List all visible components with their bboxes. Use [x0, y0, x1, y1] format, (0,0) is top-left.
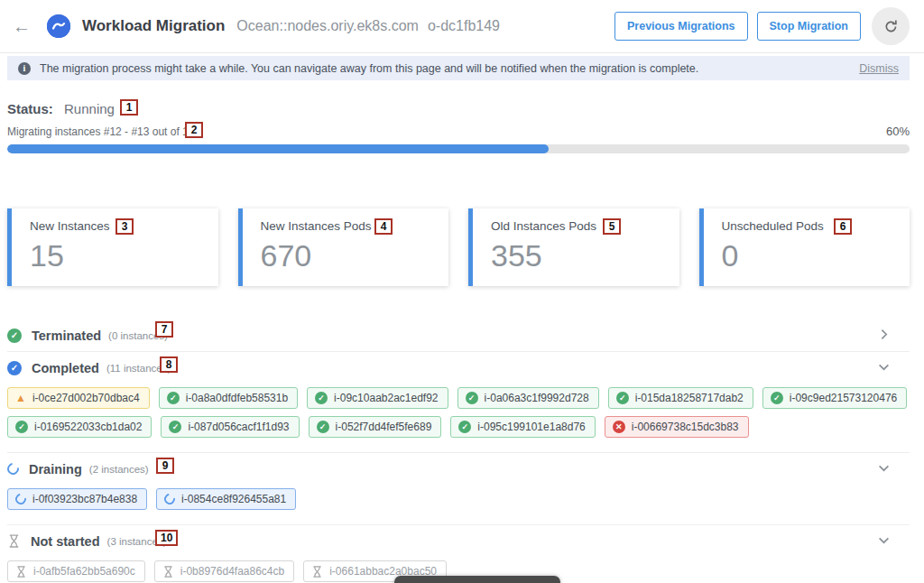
cluster-name: Ocean::nodes.oriy.ek8s.com	[236, 18, 419, 33]
spinner-icon	[14, 492, 29, 507]
section-draining: Draining(2 instances)i-0f03923bc87b4e838…	[7, 453, 910, 525]
chevron-down-icon[interactable]	[878, 533, 890, 550]
refresh-button[interactable]	[872, 7, 910, 45]
section-completed: ✓Completed(11 instances)▲i-0ce27d002b70d…	[7, 352, 910, 453]
instance-chip[interactable]: i-0854ce8f926455a81	[156, 488, 296, 510]
summary-card: New Instances Pods670	[238, 208, 449, 286]
instance-id: i-0169522033cb1da02	[34, 421, 142, 433]
migration-detail-text: Migrating instances #12 - #13 out of 16	[7, 125, 194, 138]
card-value: 355	[491, 238, 679, 273]
check-circle-icon: ✓	[616, 392, 629, 404]
spinner-icon	[5, 460, 21, 477]
instance-id: i-09c10aab2ac1edf92	[334, 392, 438, 404]
instance-chip[interactable]: ✓i-09c10aab2ac1edf92	[307, 387, 448, 409]
section-header-terminated[interactable]: ✓Terminated(0 instances)	[7, 319, 910, 351]
chips-completed: ▲i-0ce27d002b70dbac4✓i-0a8a0dfdfeb58531b…	[7, 387, 910, 438]
progress-bar-fill	[7, 144, 549, 153]
previous-migrations-button[interactable]: Previous Migrations	[614, 12, 747, 41]
annotation-marker-6: 6	[834, 218, 852, 235]
instance-id: i-0a06a3c1f9992d728	[485, 392, 589, 404]
annotation-marker-4: 4	[374, 218, 393, 235]
summary-cards: New Instances15New Instances Pods670Old …	[7, 208, 910, 286]
instance-id: i-052f7dd4fef5fe689	[336, 421, 432, 433]
section-title: Draining	[29, 462, 82, 477]
card-label: Old Instances Pods	[491, 219, 679, 233]
chevron-down-icon[interactable]	[878, 360, 890, 376]
check-circle-icon: ✓	[7, 329, 22, 343]
status-value: Running	[64, 101, 115, 116]
back-arrow-icon[interactable]: ←	[13, 16, 31, 37]
page-title: Workload Migration	[82, 17, 225, 35]
section-title: Terminated	[32, 329, 101, 343]
instance-chip[interactable]: ▲i-0ce27d002b70dbac4	[7, 387, 150, 409]
summary-card: Old Instances Pods355	[468, 208, 679, 286]
section-header-not-started[interactable]: Not started(3 instances)	[7, 525, 910, 557]
instance-chip[interactable]: ✓i-087d056cacf1f1d93	[161, 416, 299, 438]
chips-draining: i-0f03923bc87b4e838i-0854ce8f926455a81	[7, 488, 910, 510]
status-label: Status:	[7, 101, 53, 116]
hourglass-icon	[7, 534, 21, 548]
section-not-started: Not started(3 instances)i-0afb5fa62bb5a6…	[7, 525, 910, 582]
check-circle-icon: ✓	[167, 392, 180, 404]
instance-id: i-0f03923bc87b4e838	[32, 493, 137, 505]
instance-chip[interactable]: i-0afb5fa62bb5a690c	[7, 560, 145, 582]
chevron-right-icon[interactable]	[878, 328, 890, 344]
annotation-marker-7: 7	[155, 321, 173, 338]
annotation-marker-10: 10	[155, 530, 178, 546]
progress-bar	[7, 144, 910, 153]
instance-id: i-09c9ed21573120476	[790, 392, 897, 404]
stop-migration-button[interactable]: Stop Migration	[757, 12, 862, 41]
section-header-draining[interactable]: Draining(2 instances)	[7, 453, 910, 485]
section-header-completed[interactable]: ✓Completed(11 instances)	[7, 352, 910, 384]
instance-chip[interactable]: ✓i-095c199101e1a8d76	[450, 416, 595, 438]
instance-chip[interactable]: ✓i-015da18258717dab2	[608, 387, 753, 409]
instance-chip[interactable]: ✓i-0169522033cb1da02	[7, 416, 152, 438]
check-circle-icon: ✓	[169, 421, 181, 433]
instance-id: i-0afb5fa62bb5a690c	[33, 565, 135, 578]
chevron-down-icon[interactable]	[878, 461, 890, 477]
summary-card: New Instances15	[7, 208, 218, 286]
instance-id: i-0b8976d4faa86c4cb	[180, 565, 284, 578]
hourglass-icon	[15, 566, 27, 578]
summary-card: Unscheduled Pods0	[699, 208, 910, 286]
section-title: Completed	[32, 361, 99, 375]
refresh-icon	[882, 18, 900, 35]
spinner-icon	[162, 492, 178, 507]
instance-id: i-00669738c15dc3b83	[632, 421, 739, 433]
error-circle-icon: ✕	[613, 421, 625, 433]
check-circle-icon: ✓	[458, 421, 471, 433]
instance-chip[interactable]: ✓i-052f7dd4fef5fe689	[309, 416, 442, 438]
instance-chip[interactable]: ✕i-00669738c15dc3b83	[605, 416, 749, 438]
breadcrumb: Ocean::nodes.oriy.ek8s.como-dc1fb149	[236, 18, 500, 34]
dismiss-link[interactable]: Dismiss	[859, 62, 899, 75]
section-title: Not started	[31, 534, 100, 549]
hourglass-icon	[311, 566, 323, 578]
instance-id: i-0854ce8f926455a81	[181, 493, 286, 505]
instance-chip[interactable]: i-0f03923bc87b4e838	[7, 488, 147, 510]
info-icon: i	[18, 62, 31, 75]
check-circle-icon: ✓	[7, 361, 22, 375]
hourglass-icon	[162, 566, 174, 578]
instance-sections: ✓Terminated(0 instances)✓Completed(11 in…	[7, 319, 910, 582]
instance-chip[interactable]: ✓i-0a8a0dfdfeb58531b	[159, 387, 298, 409]
instance-id: i-095c199101e1a8d76	[477, 421, 585, 433]
annotation-marker-5: 5	[603, 218, 621, 235]
instance-id: i-087d056cacf1f1d93	[188, 421, 289, 433]
annotation-marker-8: 8	[160, 356, 178, 373]
instance-chip[interactable]: ✓i-0a06a3c1f9992d728	[457, 387, 599, 409]
ocean-logo-icon	[47, 14, 70, 38]
annotation-marker-2: 2	[185, 122, 203, 138]
card-value: 15	[30, 238, 218, 273]
card-label: New Instances Pods	[261, 219, 449, 233]
instance-id: i-0a8a0dfdfeb58531b	[186, 392, 288, 404]
annotation-marker-3: 3	[116, 218, 134, 235]
instance-chip[interactable]: ✓i-09c9ed21573120476	[762, 387, 907, 409]
instance-chip[interactable]: i-0b8976d4faa86c4cb	[154, 560, 294, 582]
check-circle-icon: ✓	[315, 392, 328, 404]
section-terminated: ✓Terminated(0 instances)	[7, 319, 910, 352]
progress-percent-label: 60%	[886, 125, 910, 138]
toast-sliver	[394, 576, 560, 583]
status-row: Status: Running	[7, 101, 910, 116]
instance-id: i-0ce27d002b70dbac4	[32, 392, 140, 404]
card-value: 670	[261, 238, 449, 273]
